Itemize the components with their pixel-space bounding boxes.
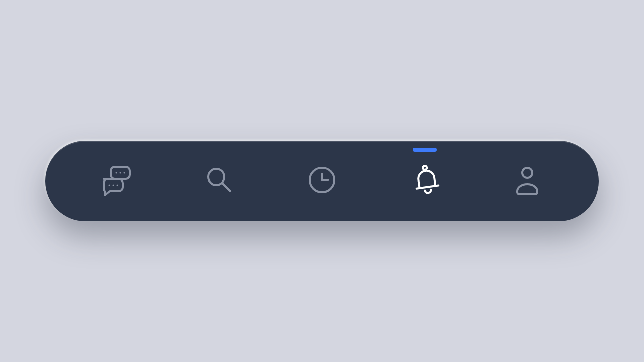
nav-item-notifications[interactable] <box>394 151 455 211</box>
svg-point-6 <box>117 185 118 186</box>
search-icon <box>203 164 235 198</box>
user-icon <box>511 164 543 198</box>
svg-point-3 <box>124 172 125 174</box>
nav-item-chats[interactable] <box>87 151 147 211</box>
svg-point-4 <box>109 185 110 186</box>
clock-icon <box>306 164 338 198</box>
chats-icon <box>101 164 133 198</box>
bell-icon <box>408 162 445 200</box>
bottom-nav-bar <box>45 141 599 221</box>
svg-point-1 <box>116 172 117 174</box>
nav-item-activity[interactable] <box>292 151 352 211</box>
active-indicator <box>413 148 437 152</box>
nav-item-search[interactable] <box>189 151 250 211</box>
svg-point-5 <box>113 185 114 186</box>
nav-item-profile[interactable] <box>497 151 557 211</box>
svg-line-8 <box>222 183 230 191</box>
svg-point-2 <box>120 172 121 174</box>
svg-point-12 <box>423 165 427 170</box>
svg-point-14 <box>522 168 532 178</box>
